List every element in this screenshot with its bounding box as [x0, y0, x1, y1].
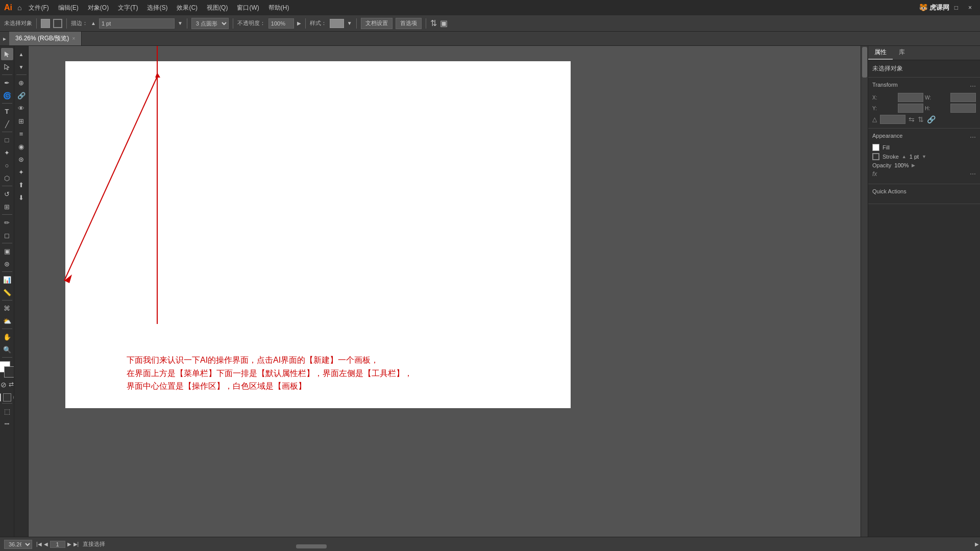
lock-ratio-icon[interactable]: 🔗 [927, 115, 936, 123]
menu-object[interactable]: 对象(O) [84, 3, 113, 13]
menu-select[interactable]: 选择(S) [143, 3, 172, 13]
hand-tool-btn[interactable]: ✋ [1, 331, 13, 343]
selection-tool-btn[interactable] [1, 48, 13, 60]
opacity-more-icon[interactable]: ▶ [297, 20, 301, 26]
swap-colors-icon[interactable]: ⇄ [9, 381, 14, 389]
panel-icon6[interactable]: ⬇ [15, 191, 28, 204]
pen-tool-btn[interactable]: ✒ [1, 77, 13, 89]
hscroll-bar[interactable] [194, 544, 973, 549]
menu-help[interactable]: 帮助(H) [264, 3, 293, 13]
panel-icon3[interactable]: ⊛ [15, 153, 28, 165]
rotate-tool-btn[interactable]: ↺ [1, 188, 13, 200]
scroll-right-icon[interactable]: ▶ [975, 541, 979, 547]
h-input[interactable] [950, 104, 976, 113]
warp-tool-btn[interactable]: ⛅ [1, 315, 13, 327]
transform-tool-btn[interactable]: ⊞ [1, 201, 13, 213]
link-icon[interactable]: 🔗 [15, 89, 28, 102]
arrange-icon[interactable]: ⇅ [430, 18, 437, 28]
black-swatch[interactable] [3, 393, 11, 402]
tab-document[interactable]: 36.26% (RGB/预览) × [9, 32, 82, 45]
menu-window[interactable]: 窗口(W) [233, 3, 263, 13]
stroke-value-input[interactable] [99, 18, 175, 29]
properties-icon[interactable]: ⊞ [15, 115, 28, 127]
panel-icon1[interactable]: ≡ [15, 128, 28, 140]
menu-file[interactable]: 文件(F) [24, 3, 53, 13]
rect-tool-btn[interactable]: □ [1, 134, 13, 146]
layer-icon[interactable]: ⊕ [15, 77, 28, 89]
transform-more-icon[interactable]: ⋯ [970, 83, 976, 90]
fx-icon[interactable]: fx [872, 170, 877, 178]
panel-icon2[interactable]: ◉ [15, 140, 28, 153]
vscroll-thumb[interactable] [862, 47, 867, 78]
white-swatch[interactable] [0, 393, 1, 402]
doc-settings-btn[interactable]: 文档设置 [361, 18, 393, 29]
flip-h-icon[interactable]: ⇆ [909, 115, 915, 123]
line-tool-btn[interactable]: ╱ [1, 118, 13, 130]
chart-tool-btn[interactable]: 📊 [1, 273, 13, 286]
opacity-arrow-icon[interactable]: ▶ [912, 163, 915, 168]
more-tools-btn[interactable]: ••• [1, 418, 13, 430]
style-dropdown-icon[interactable]: ▼ [347, 20, 352, 26]
appearance-more-icon[interactable]: ⋯ [970, 134, 976, 141]
panel-icon5[interactable]: ⬆ [15, 179, 28, 191]
pencil-tool-btn[interactable]: ✏ [1, 216, 13, 229]
stroke-down-icon[interactable]: ▼ [178, 20, 183, 26]
menu-view[interactable]: 视图(Q) [203, 3, 232, 13]
stroke-up-icon[interactable]: ▲ [902, 154, 906, 159]
tab-close-btn[interactable]: × [72, 36, 75, 41]
fill-color-swatch[interactable] [41, 19, 50, 28]
page-number-input[interactable] [50, 541, 65, 548]
preferences-btn[interactable]: 首选项 [396, 18, 422, 29]
nav-down-btn[interactable]: ▼ [15, 61, 28, 73]
stroke-down-icon[interactable]: ▼ [922, 154, 926, 159]
w-input[interactable] [950, 93, 976, 102]
stroke-color-swatch[interactable] [53, 19, 62, 28]
shape-builder-btn[interactable]: ✦ [1, 146, 13, 159]
panel-icon4[interactable]: ✦ [15, 166, 28, 178]
knife-tool-btn[interactable]: ⌘ [1, 302, 13, 314]
next-page-btn[interactable]: ▶ [67, 541, 71, 547]
x-input[interactable] [898, 93, 923, 102]
ellipse-tool-btn[interactable]: ○ [1, 159, 13, 171]
appearance-add-icon[interactable]: ⋯ [970, 170, 976, 178]
stroke-swatch[interactable] [872, 153, 879, 160]
zoom-tool-btn[interactable]: 🔍 [1, 343, 13, 356]
artboard-tool-btn[interactable]: ⬚ [1, 405, 13, 417]
zoom-select[interactable]: 36.26% 25% 50% 100% [4, 540, 32, 549]
flip-v-icon[interactable]: ⇅ [918, 115, 924, 123]
direct-selection-tool-btn[interactable] [1, 61, 13, 73]
fg-bg-color-selector[interactable] [0, 361, 14, 378]
background-color[interactable] [4, 366, 15, 378]
eye-icon[interactable]: 👁 [15, 102, 28, 114]
minimize-btn[interactable]: — [934, 3, 948, 12]
brush-type-select[interactable]: 3 点圆形 [191, 18, 229, 29]
stroke-up-icon[interactable]: ▲ [91, 20, 96, 26]
eraser-tool-btn[interactable]: ◻ [1, 229, 13, 241]
style-swatch[interactable] [330, 19, 344, 28]
panel-tab-library[interactable]: 库 [893, 46, 911, 60]
opacity-input[interactable] [268, 18, 294, 29]
last-page-btn[interactable]: ▶| [74, 541, 79, 547]
gradient-tool-btn[interactable]: ▣ [1, 245, 13, 257]
menu-effect[interactable]: 效果(C) [173, 3, 202, 13]
hscroll-thumb[interactable] [296, 544, 327, 548]
maximize-btn[interactable]: □ [950, 3, 962, 12]
measure-tool-btn[interactable]: 📏 [1, 286, 13, 298]
angle-input[interactable] [880, 115, 905, 124]
menu-text[interactable]: 文字(T) [114, 3, 142, 13]
polygon-tool-btn[interactable]: ⬡ [1, 172, 13, 184]
none-color-icon[interactable]: ⊘ [1, 381, 7, 389]
close-btn[interactable]: × [964, 3, 976, 12]
menu-edit[interactable]: 编辑(E) [54, 3, 83, 13]
y-input[interactable] [898, 104, 923, 113]
panel-tab-properties[interactable]: 属性 [868, 46, 893, 60]
collapse-panel-btn[interactable]: ▸ [0, 33, 9, 44]
home-icon[interactable]: ⌂ [17, 4, 21, 12]
nav-up-btn[interactable]: ▲ [15, 48, 28, 60]
prev-page-btn[interactable]: ◀ [44, 541, 48, 547]
fill-swatch[interactable] [872, 144, 879, 151]
first-page-btn[interactable]: |◀ [36, 541, 42, 547]
vscroll-bar[interactable] [861, 46, 868, 537]
type-tool-btn[interactable]: T [1, 105, 13, 117]
blend-tool-btn[interactable]: ⊛ [1, 258, 13, 270]
